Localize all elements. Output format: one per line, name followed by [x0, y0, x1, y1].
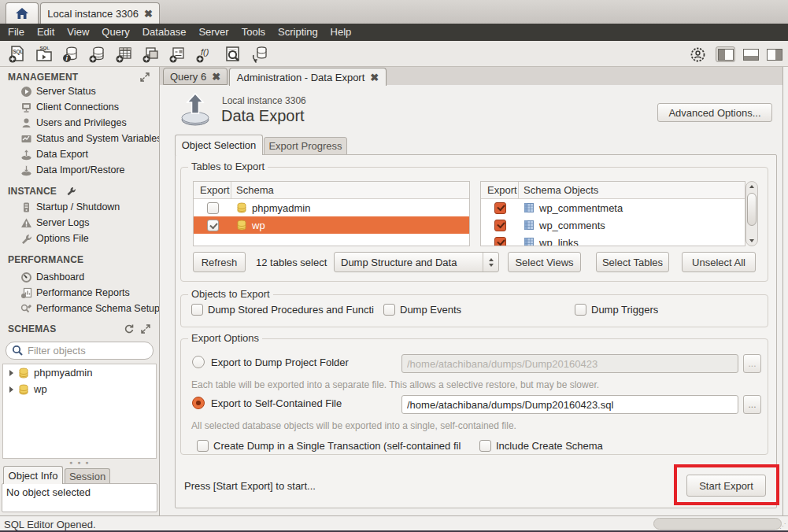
sidebar-item-performance-schema-setup[interactable]: Performance Schema Setup: [0, 301, 159, 316]
checkbox[interactable]: [575, 304, 586, 316]
expand-arrow-icon[interactable]: [9, 386, 13, 393]
scrollbar-thumb[interactable]: [747, 193, 757, 226]
create-procedure-icon[interactable]: [168, 45, 187, 64]
sidebar-item-performance-reports[interactable]: Performance Reports: [0, 285, 159, 301]
object-row-wp-comments[interactable]: wp_comments: [481, 216, 745, 234]
select-views-button[interactable]: Select Views: [508, 252, 581, 272]
sidebar-item-data-import[interactable]: Data Import/Restore: [0, 162, 159, 178]
export-file-radio[interactable]: Export to Self-Contained File: [192, 397, 342, 409]
create-view-icon[interactable]: [142, 45, 161, 64]
single-transaction-checkbox[interactable]: Create Dump in a Single Transaction (sel…: [197, 440, 461, 452]
expand-management-icon[interactable]: [140, 72, 150, 82]
create-schema-icon[interactable]: [88, 45, 107, 64]
object-row-wp-commentmeta[interactable]: wp_commentmeta: [481, 199, 745, 216]
sidebar-item-dashboard[interactable]: Dashboard: [0, 269, 159, 285]
sidebar-item-data-export[interactable]: Data Export: [0, 146, 159, 162]
file-path-input[interactable]: [401, 395, 738, 414]
schema-objects-scrollbar[interactable]: [745, 181, 758, 246]
checkbox[interactable]: [383, 304, 395, 316]
create-table-icon[interactable]: [115, 45, 134, 64]
menu-edit[interactable]: Edit: [31, 24, 61, 41]
menu-database[interactable]: Database: [136, 24, 193, 41]
new-sql-tab-icon[interactable]: SQL: [8, 45, 27, 64]
export-checkbox[interactable]: [494, 220, 506, 231]
toggle-right-panel-button[interactable]: [764, 46, 784, 62]
expand-schemas-icon[interactable]: [141, 324, 150, 334]
scroll-down-icon[interactable]: [749, 239, 754, 242]
open-sql-script-icon[interactable]: SQL: [35, 45, 54, 64]
menu-view[interactable]: View: [61, 24, 95, 41]
user-badge-icon[interactable]: [690, 46, 708, 65]
menu-scripting[interactable]: Scripting: [272, 24, 324, 41]
radio[interactable]: [192, 356, 205, 368]
menu-query[interactable]: Query: [95, 24, 135, 41]
home-tab[interactable]: [6, 2, 39, 24]
tab-admin-data-export[interactable]: Administration - Data Export ✖: [229, 68, 387, 86]
tab-session[interactable]: Session: [65, 468, 110, 484]
dump-type-select[interactable]: Dump Structure and Data: [334, 252, 499, 272]
schema-tree: phpmyadmin wp: [2, 364, 157, 459]
schema-item-wp[interactable]: wp: [3, 381, 156, 397]
folder-path-input[interactable]: [401, 354, 738, 373]
select-tables-button[interactable]: Select Tables: [596, 252, 669, 272]
close-icon[interactable]: ✖: [370, 72, 379, 83]
horizontal-scrollbar-thumb[interactable]: [653, 518, 782, 530]
scroll-up-icon[interactable]: [749, 185, 754, 188]
reconnect-icon[interactable]: [250, 45, 269, 64]
splitter-handle[interactable]: ● ● ●: [69, 460, 91, 465]
connection-tab[interactable]: Local instance 3306 ✖: [40, 2, 160, 24]
browse-file-button[interactable]: ...: [743, 395, 761, 414]
menu-tools[interactable]: Tools: [235, 24, 272, 41]
checkbox[interactable]: [197, 440, 209, 452]
sidebar-item-users-privileges[interactable]: Users and Privileges: [0, 115, 159, 131]
sidebar-item-options-file[interactable]: Options File: [0, 231, 159, 246]
refresh-schemas-icon[interactable]: [124, 324, 134, 334]
checkbox[interactable]: [479, 440, 491, 452]
startup-shutdown-icon: [20, 201, 32, 213]
export-checkbox[interactable]: [494, 202, 506, 214]
sidebar-item-server-logs[interactable]: Server Logs: [0, 215, 159, 231]
export-checkbox[interactable]: [494, 237, 506, 247]
radio[interactable]: [192, 397, 205, 409]
export-checkbox[interactable]: [207, 220, 219, 231]
tab-query6[interactable]: Query 6 ✖: [163, 68, 228, 85]
sidebar-item-client-connections[interactable]: Client Connections: [0, 99, 159, 115]
dashboard-icon: [20, 272, 32, 283]
schema-filter[interactable]: [6, 342, 154, 360]
menu-server[interactable]: Server: [192, 24, 235, 41]
dump-events-checkbox[interactable]: Dump Events: [383, 304, 461, 316]
toggle-left-panel-button[interactable]: [716, 46, 735, 62]
schema-filter-input[interactable]: [28, 345, 138, 357]
search-icon[interactable]: [224, 45, 242, 64]
refresh-button[interactable]: Refresh: [193, 252, 246, 272]
include-create-schema-checkbox[interactable]: Include Create Schema: [479, 440, 603, 452]
resize-grip[interactable]: ⋰: [779, 523, 786, 530]
tab-object-selection[interactable]: Object Selection: [175, 135, 263, 155]
sidebar-item-server-status[interactable]: Server Status: [0, 83, 159, 99]
schema-row-wp[interactable]: wp: [194, 216, 469, 234]
checkbox[interactable]: [191, 304, 203, 316]
schema-row-phpmyadmin[interactable]: phpmyadmin: [194, 199, 469, 216]
dump-triggers-checkbox[interactable]: Dump Triggers: [575, 304, 658, 316]
menu-help[interactable]: Help: [324, 24, 358, 41]
schema-item-phpmyadmin[interactable]: phpmyadmin: [3, 364, 156, 381]
dump-stored-procedures-checkbox[interactable]: Dump Stored Procedures and Functi: [191, 304, 374, 316]
object-row-wp-links[interactable]: wp_links: [481, 234, 745, 246]
inspector-icon[interactable]: i: [61, 45, 80, 64]
menu-file[interactable]: File: [2, 24, 31, 41]
unselect-all-button[interactable]: Unselect All: [682, 252, 756, 272]
export-folder-radio[interactable]: Export to Dump Project Folder: [192, 356, 349, 368]
status-variables-icon: [20, 133, 32, 145]
expand-arrow-icon[interactable]: [9, 370, 13, 376]
sidebar-item-startup-shutdown[interactable]: Startup / Shutdown: [0, 199, 159, 215]
export-checkbox[interactable]: [207, 202, 219, 214]
close-icon[interactable]: ✖: [144, 8, 153, 20]
advanced-options-button[interactable]: Advanced Options...: [657, 103, 772, 122]
close-icon[interactable]: ✖: [212, 71, 220, 83]
toggle-bottom-panel-button[interactable]: [741, 46, 760, 62]
tab-object-info[interactable]: Object Info: [3, 466, 63, 484]
browse-folder-button[interactable]: ...: [743, 354, 761, 373]
sidebar-item-status-variables[interactable]: Status and System Variables: [0, 131, 159, 146]
create-function-icon[interactable]: f(): [195, 45, 214, 64]
tab-export-progress[interactable]: Export Progress: [264, 137, 347, 155]
